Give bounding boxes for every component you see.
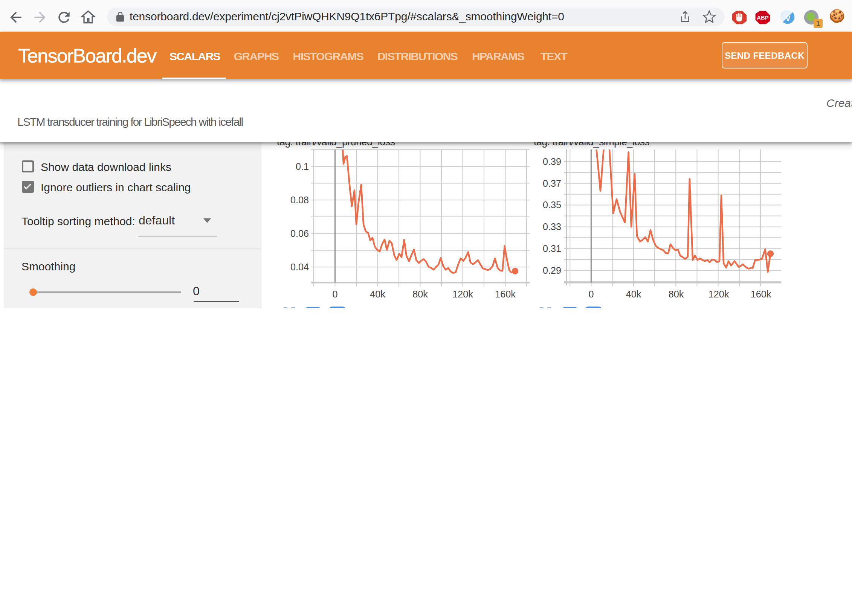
svg-text:0.37: 0.37 [543, 178, 561, 189]
svg-text:40k: 40k [370, 289, 385, 299]
svg-text:80k: 80k [669, 289, 684, 299]
svg-text:0.39: 0.39 [543, 156, 561, 167]
svg-text:0.33: 0.33 [543, 221, 561, 232]
svg-text:0.08: 0.08 [290, 195, 309, 205]
svg-text:0.35: 0.35 [543, 200, 561, 210]
svg-text:0: 0 [588, 289, 594, 299]
svg-text:80k: 80k [412, 289, 428, 299]
svg-text:0: 0 [332, 289, 337, 299]
svg-text:160k: 160k [495, 289, 516, 299]
svg-text:40k: 40k [626, 289, 641, 299]
svg-text:0.06: 0.06 [290, 228, 309, 239]
svg-text:120k: 120k [452, 289, 473, 299]
svg-text:0.31: 0.31 [543, 243, 561, 254]
svg-text:120k: 120k [708, 289, 729, 299]
svg-text:ABP: ABP [757, 15, 768, 21]
svg-text:0.29: 0.29 [543, 265, 561, 276]
svg-text:0.1: 0.1 [296, 161, 309, 172]
svg-text:V: V [785, 14, 790, 23]
svg-text:160k: 160k [751, 289, 771, 299]
svg-text:0.04: 0.04 [290, 262, 309, 272]
